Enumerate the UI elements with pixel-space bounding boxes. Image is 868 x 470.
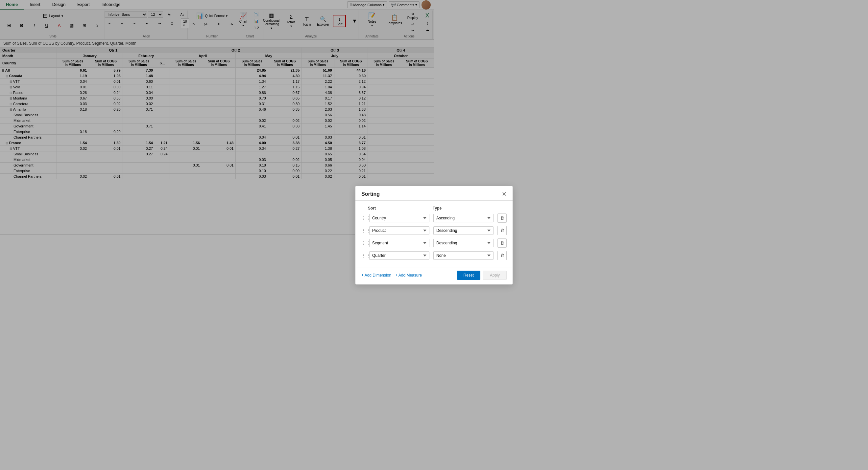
sort-row: ⋮⋮CountryProductSegmentQuarterMonthAscen…: [361, 212, 434, 224]
sort-header-row: Sort Type: [361, 205, 434, 212]
modal-header: Sorting ✕: [355, 186, 434, 201]
sort-row: ⋮⋮CountryProductSegmentQuarterMonthAscen…: [361, 224, 434, 235]
modal-body: Sort Type ⋮⋮CountryProductSegmentQuarter…: [355, 201, 434, 235]
type-col-label: Type: [433, 206, 434, 210]
sort-rows-container: ⋮⋮CountryProductSegmentQuarterMonthAscen…: [361, 212, 434, 235]
sort-type-select[interactable]: AscendingDescendingNone: [433, 226, 434, 235]
drag-handle-icon[interactable]: ⋮⋮: [361, 215, 368, 221]
drag-handle-icon[interactable]: ⋮⋮: [361, 228, 368, 233]
sorting-modal: Sorting ✕ Sort Type ⋮⋮CountryProductSegm…: [355, 186, 434, 235]
sort-field-select[interactable]: CountryProductSegmentQuarterMonth: [369, 226, 429, 235]
modal-overlay: Sorting ✕ Sort Type ⋮⋮CountryProductSegm…: [0, 0, 434, 235]
modal-title: Sorting: [361, 191, 380, 197]
handle-header: [361, 206, 368, 210]
sort-col-label: Sort: [368, 206, 430, 210]
sort-type-select[interactable]: AscendingDescendingNone: [433, 214, 434, 222]
sort-field-select[interactable]: CountryProductSegmentQuarterMonth: [369, 214, 429, 222]
